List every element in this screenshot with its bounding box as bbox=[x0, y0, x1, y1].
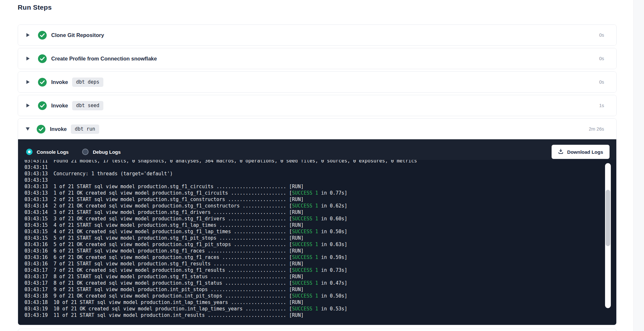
step-row[interactable]: Create Profile from Connection snowflake… bbox=[18, 48, 616, 69]
step-command-badge: dbt run bbox=[71, 124, 99, 134]
log-line: 03:43:13 bbox=[24, 177, 616, 183]
log-scrollbar-thumb[interactable] bbox=[606, 190, 610, 246]
step-label: Invoke bbox=[50, 126, 67, 132]
log-line: 03:43:13 1 of 21 OK created sql view mod… bbox=[24, 190, 616, 196]
run-step-card-expanded: Invoke dbt run 2m 26s Console Logs Debug… bbox=[18, 118, 617, 325]
log-line: 03:43:14 3 of 21 START sql view model pr… bbox=[24, 209, 616, 216]
log-status-success: SUCCESS 1 bbox=[292, 267, 318, 273]
debug-logs-radio[interactable]: Debug Logs bbox=[82, 149, 121, 155]
log-line: 03:43:13 Concurrency: 1 threads (target=… bbox=[24, 170, 616, 177]
next-card-partial bbox=[18, 329, 617, 331]
log-line: 03:43:19 10 of 21 OK created sql view mo… bbox=[24, 306, 616, 312]
chevron-right-icon[interactable] bbox=[26, 80, 30, 84]
page-right-gutter bbox=[633, 0, 644, 331]
log-line: 03:43:11 bbox=[24, 164, 616, 170]
step-command-badge: dbt seed bbox=[72, 101, 103, 110]
log-status-success: SUCCESS 1 bbox=[292, 216, 318, 222]
radio-selected-icon[interactable] bbox=[26, 149, 33, 155]
run-steps-list: Clone Git Repository0sCreate Profile fro… bbox=[18, 24, 617, 327]
log-panel-controls: Console Logs Debug Logs Download Logs bbox=[18, 139, 616, 160]
status-success-icon bbox=[37, 125, 45, 133]
log-line: 03:43:16 7 of 21 START sql view model pr… bbox=[24, 261, 616, 267]
run-step-card: Create Profile from Connection snowflake… bbox=[18, 48, 617, 69]
step-row[interactable]: Clone Git Repository0s bbox=[18, 25, 616, 45]
step-row[interactable]: Invokedbt seed1s bbox=[18, 95, 616, 116]
log-line: 03:43:15 5 of 21 START sql view model pr… bbox=[24, 235, 616, 241]
log-line: 03:43:17 8 of 21 OK created sql view mod… bbox=[24, 280, 616, 286]
log-status-success: SUCCESS 1 bbox=[292, 190, 318, 196]
log-line: 03:43:16 6 of 21 OK created sql view mod… bbox=[24, 254, 616, 261]
step-row[interactable]: Invokedbt deps0s bbox=[18, 72, 616, 92]
console-logs-label: Console Logs bbox=[37, 149, 69, 155]
download-logs-label: Download Logs bbox=[567, 149, 603, 155]
step-label: Invoke bbox=[51, 79, 68, 85]
step-duration: 0s bbox=[599, 32, 604, 38]
log-status-success: SUCCESS 1 bbox=[292, 242, 318, 247]
run-step-card: Invokedbt deps0s bbox=[18, 71, 617, 93]
log-status-success: SUCCESS 1 bbox=[292, 229, 318, 234]
log-scrollbar-track[interactable] bbox=[605, 163, 611, 308]
log-line: 03:43:19 11 of 21 START sql view model p… bbox=[24, 312, 616, 318]
log-viewport: 03:43:11 Found 21 models, 17 tests, 0 sn… bbox=[18, 160, 616, 325]
run-step-card: Invokedbt seed1s bbox=[18, 95, 617, 116]
log-status-success: SUCCESS 1 bbox=[292, 203, 318, 209]
log-line: 03:43:15 3 of 21 OK created sql view mod… bbox=[24, 216, 616, 222]
log-status-success: SUCCESS 1 bbox=[292, 254, 318, 260]
status-success-icon bbox=[38, 101, 47, 110]
page-title: Run Steps bbox=[18, 4, 52, 11]
log-line: 03:43:13 1 of 21 START sql view model pr… bbox=[24, 183, 616, 190]
step-duration: 0s bbox=[599, 79, 604, 85]
chevron-right-icon[interactable] bbox=[26, 57, 30, 60]
step-label: Create Profile from Connection snowflake bbox=[51, 56, 157, 62]
log-line: 03:43:16 6 of 21 START sql view model pr… bbox=[24, 248, 616, 254]
chevron-right-icon[interactable] bbox=[26, 33, 30, 37]
chevron-down-icon[interactable] bbox=[26, 127, 30, 131]
console-logs-radio[interactable]: Console Logs bbox=[26, 149, 69, 155]
status-success-icon bbox=[38, 31, 47, 40]
chevron-right-icon[interactable] bbox=[26, 104, 30, 107]
download-icon bbox=[558, 149, 564, 155]
log-line: 03:43:17 8 of 21 START sql view model pr… bbox=[24, 273, 616, 280]
log-status-success: SUCCESS 1 bbox=[292, 306, 318, 312]
step-label: Invoke bbox=[51, 103, 68, 109]
download-logs-button[interactable]: Download Logs bbox=[552, 145, 610, 159]
log-line: 03:43:14 2 of 21 OK created sql view mod… bbox=[24, 203, 616, 209]
step-command-badge: dbt deps bbox=[72, 78, 103, 87]
log-line: 03:43:18 10 of 21 START sql view model p… bbox=[24, 299, 616, 306]
debug-logs-label: Debug Logs bbox=[93, 149, 121, 155]
step-duration: 1s bbox=[599, 103, 604, 108]
log-line: 03:43:18 9 of 21 OK created sql view mod… bbox=[24, 293, 616, 299]
log-line: 03:43:17 7 of 21 OK created sql view mod… bbox=[24, 267, 616, 273]
log-line: 03:43:13 2 of 21 START sql view model pr… bbox=[24, 196, 616, 203]
console-log-output: 03:43:11 Found 21 models, 17 tests, 0 sn… bbox=[18, 160, 616, 318]
step-duration: 0s bbox=[599, 56, 604, 61]
log-line: 03:43:16 5 of 21 OK created sql view mod… bbox=[24, 241, 616, 248]
log-line: 03:43:17 9 of 21 START sql view model pr… bbox=[24, 286, 616, 293]
step-duration: 2m 26s bbox=[589, 126, 604, 132]
log-line: 03:43:15 4 of 21 OK created sql view mod… bbox=[24, 228, 616, 235]
status-success-icon bbox=[38, 54, 47, 63]
log-panel: Console Logs Debug Logs Download Logs bbox=[18, 139, 616, 325]
step-row-invoke-dbt-run[interactable]: Invoke dbt run 2m 26s bbox=[18, 119, 616, 139]
status-success-icon bbox=[38, 78, 47, 87]
run-step-card: Clone Git Repository0s bbox=[18, 24, 617, 46]
log-line: 03:43:11 Found 21 models, 17 tests, 0 sn… bbox=[24, 160, 616, 164]
radio-unselected-icon[interactable] bbox=[82, 149, 89, 155]
log-status-success: SUCCESS 1 bbox=[292, 293, 318, 299]
step-label: Clone Git Repository bbox=[51, 32, 104, 38]
log-status-success: SUCCESS 1 bbox=[292, 280, 318, 286]
log-line: 03:43:15 4 of 21 START sql view model pr… bbox=[24, 222, 616, 228]
